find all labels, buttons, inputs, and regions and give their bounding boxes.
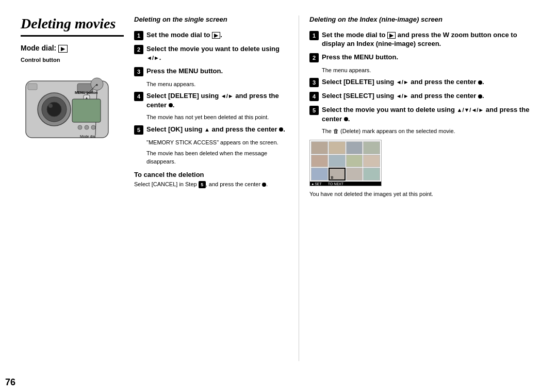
index-cell <box>363 155 380 168</box>
index-cell <box>363 141 380 154</box>
step-5: 5 Select [OK] using ▲ and press the cent… <box>134 125 288 135</box>
left-column: Deleting movies Mode dial: ▶ Control but… <box>21 15 134 361</box>
index-step-1: 1 Set the mode dial to ▶ and press the W… <box>309 30 536 48</box>
index-cell <box>311 168 328 181</box>
index-cell <box>311 155 328 168</box>
cancel-section: To cancel the deletion Select [CANCEL] i… <box>134 171 288 188</box>
step-text-4: Select [DELETE] using ◄/► and press the … <box>146 91 288 109</box>
page-number: 76 <box>5 377 15 388</box>
index-step-5-note: The 🗑 (Delete) mark appears on the selec… <box>322 127 536 135</box>
index-step-text-2: Press the MENU button. <box>322 53 398 62</box>
mode-dial-label: Mode dial: ▶ <box>21 44 124 53</box>
index-step-text-3: Select [DELETE] using ◄/► and press the … <box>322 77 484 87</box>
cancel-text: Select [CANCEL] in Step 5, and press the… <box>134 181 288 188</box>
page-title: Deleting movies <box>21 15 124 37</box>
index-step-num-2: 2 <box>309 53 319 62</box>
step-text-2: Select the movie you want to delete usin… <box>146 44 288 62</box>
mode-dial-arrow: ▶ <box>58 45 68 53</box>
step-num-1: 1 <box>134 31 143 40</box>
index-cell <box>311 141 328 154</box>
index-step-num-4: 4 <box>309 92 319 101</box>
step-3-note: The menu appears. <box>146 80 288 88</box>
index-step-num-3: 3 <box>309 78 319 87</box>
svg-point-21 <box>78 125 82 129</box>
index-step-text-5: Select the movie you want to delete usin… <box>322 105 536 123</box>
index-step-2: 2 Press the MENU button. <box>309 53 536 62</box>
camera-svg: ▲ ▼ ◄ ► ● MENU button Mode dial <box>21 66 113 148</box>
index-cell <box>363 168 380 181</box>
cancel-title: To cancel the deletion <box>134 171 288 178</box>
page: Deleting movies Mode dial: ▶ Control but… <box>0 0 557 392</box>
index-cell <box>329 141 346 154</box>
step-2: 2 Select the movie you want to delete us… <box>134 44 288 62</box>
middle-column: Deleting on the single screen 1 Set the … <box>134 15 299 361</box>
index-step-num-1: 1 <box>309 31 319 40</box>
index-step-text-1: Set the mode dial to ▶ and press the W z… <box>322 30 536 48</box>
step-5-note-1: "MEMORY STICK ACCESS" appears on the scr… <box>146 139 288 146</box>
svg-point-23 <box>91 125 95 129</box>
index-cell <box>346 155 363 168</box>
index-step-3: 3 Select [DELETE] using ◄/► and press th… <box>309 77 536 87</box>
right-column: Deleting on the Index (nine-image) scree… <box>299 15 536 361</box>
control-button-label: Control button <box>21 57 124 63</box>
step-num-3: 3 <box>134 67 143 76</box>
step-3: 3 Press the MENU button. <box>134 67 288 76</box>
index-bar-set: ● SET <box>312 182 322 186</box>
svg-point-4 <box>48 104 53 108</box>
index-cell <box>346 168 363 181</box>
bottom-bar: 76 <box>21 361 536 377</box>
index-step-5: 5 Select the movie you want to delete us… <box>309 105 536 123</box>
step-4-note: The movie has not yet been deleted at th… <box>146 113 288 121</box>
camera-diagram: ▲ ▼ ◄ ► ● MENU button Mode dial <box>21 66 113 148</box>
index-cell <box>329 155 346 168</box>
svg-text:MENU button: MENU button <box>75 91 97 94</box>
step-num-5: 5 <box>134 125 143 135</box>
single-screen-title: Deleting on the single screen <box>134 15 288 24</box>
index-after-note: You have not deleted the images yet at t… <box>309 190 536 198</box>
index-bar-next: TO NEXT <box>328 182 343 186</box>
step-num-2: 2 <box>134 45 143 54</box>
step-text-5: Select [OK] using ▲ and press the center… <box>146 125 285 134</box>
content-area: Deleting movies Mode dial: ▶ Control but… <box>21 15 536 361</box>
index-screen-image: 🗑 ● SET TO NEXT <box>309 140 382 186</box>
step-4: 4 Select [DELETE] using ◄/► and press th… <box>134 91 288 109</box>
inline-step-5: 5 <box>199 181 206 188</box>
step-text-1: Set the mode dial to ▶. <box>146 30 222 40</box>
index-bar: ● SET TO NEXT <box>310 182 381 186</box>
index-screen-title: Deleting on the Index (nine-image) scree… <box>309 15 536 24</box>
svg-rect-6 <box>28 84 37 90</box>
index-grid: 🗑 <box>310 140 381 182</box>
index-step-text-4: Select [SELECT] using ◄/► and press the … <box>322 91 484 101</box>
step-1: 1 Set the mode dial to ▶. <box>134 30 288 40</box>
step-5-note-2: The movie has been deleted when the mess… <box>146 150 288 166</box>
svg-point-22 <box>85 125 89 129</box>
svg-text:Mode dial: Mode dial <box>80 135 96 138</box>
svg-rect-20 <box>72 99 101 122</box>
index-cell-selected: 🗑 <box>329 168 346 181</box>
index-step-2-note: The menu appears. <box>322 67 536 74</box>
index-cell <box>346 141 363 154</box>
step-num-4: 4 <box>134 92 143 101</box>
step-text-3: Press the MENU button. <box>146 67 223 76</box>
index-step-4: 4 Select [SELECT] using ◄/► and press th… <box>309 91 536 101</box>
index-step-num-5: 5 <box>309 106 319 115</box>
